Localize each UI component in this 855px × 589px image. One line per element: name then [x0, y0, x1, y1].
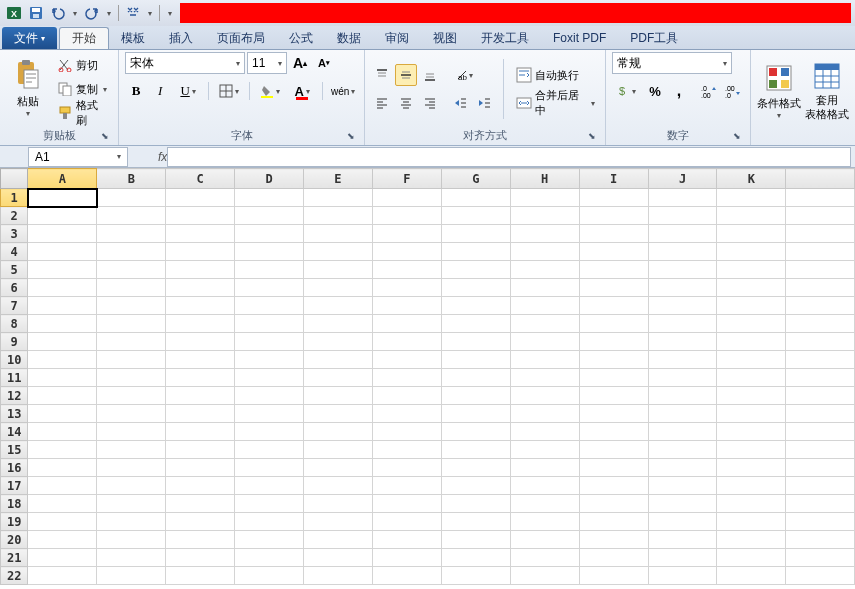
column-header[interactable]: J [648, 169, 717, 189]
cell[interactable] [235, 387, 304, 405]
cell[interactable] [510, 279, 579, 297]
cell[interactable] [717, 459, 786, 477]
cell[interactable] [441, 423, 510, 441]
cell[interactable] [97, 369, 166, 387]
cell[interactable] [510, 495, 579, 513]
cell[interactable] [28, 189, 97, 207]
formula-bar[interactable] [167, 147, 851, 167]
cell[interactable] [304, 567, 373, 585]
row-header[interactable]: 12 [1, 387, 28, 405]
cell[interactable] [304, 531, 373, 549]
cell[interactable] [28, 513, 97, 531]
worksheet-grid[interactable]: ABCDEFGHIJK12345678910111213141516171819… [0, 168, 855, 589]
cell[interactable] [648, 459, 717, 477]
cell[interactable] [441, 513, 510, 531]
cell[interactable] [166, 567, 235, 585]
alignment-launcher-icon[interactable]: ⬊ [585, 129, 599, 143]
cell[interactable] [304, 297, 373, 315]
cell[interactable] [717, 513, 786, 531]
cell[interactable] [510, 333, 579, 351]
cell[interactable] [786, 513, 855, 531]
cell[interactable] [235, 189, 304, 207]
cell[interactable] [510, 459, 579, 477]
cell[interactable] [441, 333, 510, 351]
cell[interactable] [372, 297, 441, 315]
cell[interactable] [441, 315, 510, 333]
cell[interactable] [510, 423, 579, 441]
cell[interactable] [579, 333, 648, 351]
cell[interactable] [372, 513, 441, 531]
cell[interactable] [235, 567, 304, 585]
column-header[interactable]: E [304, 169, 373, 189]
cell[interactable] [510, 567, 579, 585]
cell[interactable] [166, 297, 235, 315]
cell[interactable] [304, 189, 373, 207]
cell[interactable] [97, 531, 166, 549]
column-header[interactable]: F [372, 169, 441, 189]
cell[interactable] [235, 441, 304, 459]
cell[interactable] [304, 207, 373, 225]
cell[interactable] [372, 333, 441, 351]
cell[interactable] [97, 387, 166, 405]
cell[interactable] [304, 279, 373, 297]
cell[interactable] [304, 459, 373, 477]
cell[interactable] [97, 207, 166, 225]
cell[interactable] [441, 243, 510, 261]
cell[interactable] [441, 495, 510, 513]
cell[interactable] [441, 189, 510, 207]
cell[interactable] [372, 495, 441, 513]
cell[interactable] [510, 189, 579, 207]
cell[interactable] [648, 387, 717, 405]
cell[interactable] [97, 279, 166, 297]
cell[interactable] [717, 243, 786, 261]
cell[interactable] [786, 315, 855, 333]
qat-customize-icon[interactable]: ▾ [164, 3, 176, 23]
row-header[interactable]: 18 [1, 495, 28, 513]
font-launcher-icon[interactable]: ⬊ [344, 129, 358, 143]
cell[interactable] [786, 189, 855, 207]
cell[interactable] [786, 441, 855, 459]
cell[interactable] [510, 549, 579, 567]
redo-icon[interactable] [82, 3, 102, 23]
cell[interactable] [235, 459, 304, 477]
cell[interactable] [717, 297, 786, 315]
cell[interactable] [579, 297, 648, 315]
undo-dropdown-icon[interactable]: ▾ [70, 3, 80, 23]
cell[interactable] [717, 207, 786, 225]
cell[interactable] [510, 387, 579, 405]
row-header[interactable]: 17 [1, 477, 28, 495]
cell[interactable] [304, 369, 373, 387]
cell[interactable] [648, 495, 717, 513]
cell[interactable] [579, 207, 648, 225]
cell[interactable] [786, 405, 855, 423]
cell[interactable] [786, 279, 855, 297]
cell[interactable] [717, 315, 786, 333]
increase-decimal-button[interactable]: .0.00 [698, 80, 720, 102]
cell[interactable] [235, 369, 304, 387]
row-header[interactable]: 8 [1, 315, 28, 333]
cell[interactable] [372, 423, 441, 441]
cell[interactable] [441, 297, 510, 315]
tab-template[interactable]: 模板 [109, 27, 157, 49]
cell[interactable] [304, 549, 373, 567]
increase-indent-button[interactable] [473, 92, 495, 114]
excel-app-icon[interactable]: X [4, 3, 24, 23]
cell[interactable] [235, 423, 304, 441]
cell[interactable] [166, 333, 235, 351]
cell[interactable] [717, 405, 786, 423]
find-icon[interactable] [123, 3, 143, 23]
cell[interactable] [717, 189, 786, 207]
cell[interactable] [372, 225, 441, 243]
copy-button[interactable]: 复制▾ [53, 78, 112, 100]
cell[interactable] [579, 189, 648, 207]
cell[interactable] [372, 531, 441, 549]
cell[interactable] [786, 261, 855, 279]
row-header[interactable]: 5 [1, 261, 28, 279]
cell[interactable] [372, 351, 441, 369]
cell[interactable] [579, 477, 648, 495]
cell[interactable] [28, 567, 97, 585]
cell[interactable] [717, 333, 786, 351]
conditional-format-button[interactable]: 条件格式 ▾ [757, 56, 801, 126]
cell[interactable] [304, 513, 373, 531]
cell[interactable] [441, 351, 510, 369]
